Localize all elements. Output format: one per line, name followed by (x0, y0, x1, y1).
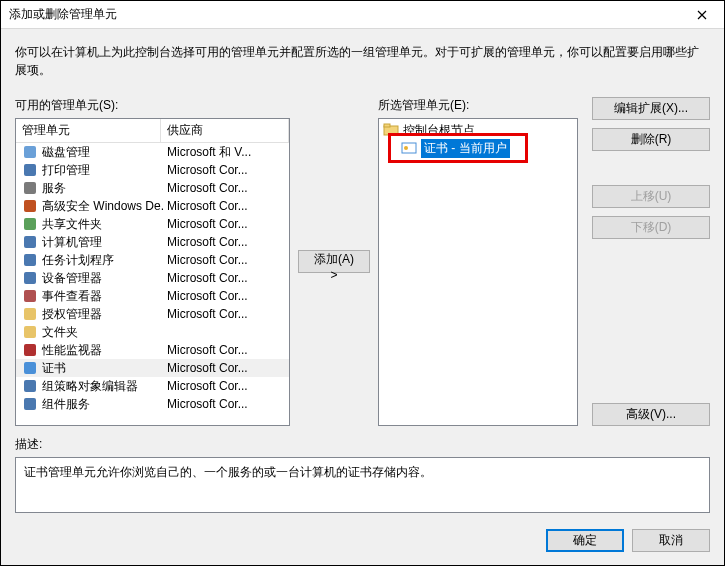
tree-child-row[interactable]: 证书 - 当前用户 (381, 139, 575, 157)
ok-button[interactable]: 确定 (546, 529, 624, 552)
snapin-name: 组策略对象编辑器 (42, 378, 138, 395)
folder-icon (22, 306, 38, 322)
list-item[interactable]: 服务Microsoft Cor... (16, 179, 289, 197)
list-item[interactable]: 任务计划程序Microsoft Cor... (16, 251, 289, 269)
tree-root-row[interactable]: 控制台根节点 (381, 121, 575, 139)
list-item[interactable]: 高级安全 Windows De...Microsoft Cor... (16, 197, 289, 215)
col-header-vendor[interactable]: 供应商 (161, 119, 289, 142)
svg-rect-5 (24, 236, 36, 248)
comp-icon (22, 396, 38, 412)
cert-icon (401, 140, 417, 156)
move-down-button[interactable]: 下移(D) (592, 216, 710, 239)
snapin-name: 性能监视器 (42, 342, 102, 359)
list-item[interactable]: 事件查看器Microsoft Cor... (16, 287, 289, 305)
disk-icon (22, 144, 38, 160)
svg-rect-3 (24, 200, 36, 212)
snapin-vendor: Microsoft Cor... (163, 379, 287, 393)
description-text: 证书管理单元允许你浏览自己的、一个服务的或一台计算机的证书存储内容。 (24, 465, 432, 479)
close-button[interactable] (680, 1, 724, 29)
snapin-name: 组件服务 (42, 396, 90, 413)
list-item[interactable]: 组策略对象编辑器Microsoft Cor... (16, 377, 289, 395)
remove-button[interactable]: 删除(R) (592, 128, 710, 151)
available-label: 可用的管理单元(S): (15, 97, 290, 114)
svg-rect-9 (24, 308, 36, 320)
snapin-name: 文件夹 (42, 324, 78, 341)
folder-icon (383, 122, 399, 138)
add-button[interactable]: 添加(A) > (298, 250, 370, 273)
list-item[interactable]: 共享文件夹Microsoft Cor... (16, 215, 289, 233)
dialog-footer: 确定 取消 (15, 529, 710, 552)
tree-child-label: 证书 - 当前用户 (421, 139, 510, 158)
snapin-vendor: Microsoft Cor... (163, 271, 287, 285)
description-section: 描述: 证书管理单元允许你浏览自己的、一个服务的或一台计算机的证书存储内容。 (15, 436, 710, 513)
gpo-icon (22, 378, 38, 394)
snapin-vendor: Microsoft Cor... (163, 343, 287, 357)
perf-icon (22, 342, 38, 358)
list-item[interactable]: 性能监视器Microsoft Cor... (16, 341, 289, 359)
snapin-name: 授权管理器 (42, 306, 102, 323)
dialog-body: 你可以在计算机上为此控制台选择可用的管理单元并配置所选的一组管理单元。对于可扩展… (1, 29, 724, 565)
snapin-vendor: Microsoft Cor... (163, 181, 287, 195)
intro-text: 你可以在计算机上为此控制台选择可用的管理单元并配置所选的一组管理单元。对于可扩展… (15, 43, 710, 79)
snapin-name: 高级安全 Windows De... (42, 198, 163, 215)
snapin-name: 计算机管理 (42, 234, 102, 251)
svg-rect-12 (24, 362, 36, 374)
folder-icon (22, 324, 38, 340)
svg-rect-13 (24, 380, 36, 392)
snapin-vendor: Microsoft 和 V... (163, 144, 287, 161)
available-listview[interactable]: 管理单元 供应商 磁盘管理Microsoft 和 V...打印管理Microso… (15, 118, 290, 426)
dialog-window: 添加或删除管理单元 你可以在计算机上为此控制台选择可用的管理单元并配置所选的一组… (0, 0, 725, 566)
snapin-vendor: Microsoft Cor... (163, 217, 287, 231)
description-heading: 描述: (15, 436, 710, 453)
titlebar: 添加或删除管理单元 (1, 1, 724, 29)
list-item[interactable]: 打印管理Microsoft Cor... (16, 161, 289, 179)
side-buttons-column: 编辑扩展(X)... 删除(R) 上移(U) 下移(D) 高级(V)... (586, 97, 710, 426)
description-box: 证书管理单元允许你浏览自己的、一个服务的或一台计算机的证书存储内容。 (15, 457, 710, 513)
listview-header: 管理单元 供应商 (16, 119, 289, 143)
list-item[interactable]: 文件夹 (16, 323, 289, 341)
printer-icon (22, 162, 38, 178)
close-icon (697, 10, 707, 20)
available-column: 可用的管理单元(S): 管理单元 供应商 磁盘管理Microsoft 和 V..… (15, 97, 290, 426)
edit-extensions-button[interactable]: 编辑扩展(X)... (592, 97, 710, 120)
gear-icon (22, 180, 38, 196)
snapin-vendor: Microsoft Cor... (163, 253, 287, 267)
share-icon (22, 216, 38, 232)
svg-rect-1 (24, 164, 36, 176)
svg-rect-4 (24, 218, 36, 230)
snapin-name: 证书 (42, 360, 66, 377)
advanced-button[interactable]: 高级(V)... (592, 403, 710, 426)
snapin-vendor: Microsoft Cor... (163, 163, 287, 177)
middle-column: 添加(A) > (298, 97, 370, 426)
svg-rect-7 (24, 272, 36, 284)
selected-tree[interactable]: 控制台根节点 证书 - 当前用户 (378, 118, 578, 426)
list-item[interactable]: 组件服务Microsoft Cor... (16, 395, 289, 413)
svg-rect-10 (24, 326, 36, 338)
svg-rect-8 (24, 290, 36, 302)
listview-body[interactable]: 磁盘管理Microsoft 和 V...打印管理Microsoft Cor...… (16, 143, 289, 426)
snapin-name: 服务 (42, 180, 66, 197)
svg-rect-11 (24, 344, 36, 356)
main-columns: 可用的管理单元(S): 管理单元 供应商 磁盘管理Microsoft 和 V..… (15, 97, 710, 426)
device-icon (22, 270, 38, 286)
snapin-name: 打印管理 (42, 162, 90, 179)
list-item[interactable]: 授权管理器Microsoft Cor... (16, 305, 289, 323)
list-item[interactable]: 设备管理器Microsoft Cor... (16, 269, 289, 287)
snapin-vendor: Microsoft Cor... (163, 307, 287, 321)
svg-rect-2 (24, 182, 36, 194)
snapin-name: 任务计划程序 (42, 252, 114, 269)
move-up-button[interactable]: 上移(U) (592, 185, 710, 208)
snapin-vendor: Microsoft Cor... (163, 235, 287, 249)
list-item[interactable]: 磁盘管理Microsoft 和 V... (16, 143, 289, 161)
svg-rect-14 (24, 398, 36, 410)
snapin-vendor: Microsoft Cor... (163, 397, 287, 411)
snapin-name: 事件查看器 (42, 288, 102, 305)
event-icon (22, 288, 38, 304)
svg-rect-16 (384, 124, 390, 127)
cancel-button[interactable]: 取消 (632, 529, 710, 552)
snapin-name: 共享文件夹 (42, 216, 102, 233)
list-item[interactable]: 计算机管理Microsoft Cor... (16, 233, 289, 251)
selected-column: 所选管理单元(E): 控制台根节点 证书 - 当前用户 (378, 97, 578, 426)
list-item[interactable]: 证书Microsoft Cor... (16, 359, 289, 377)
col-header-name[interactable]: 管理单元 (16, 119, 161, 142)
